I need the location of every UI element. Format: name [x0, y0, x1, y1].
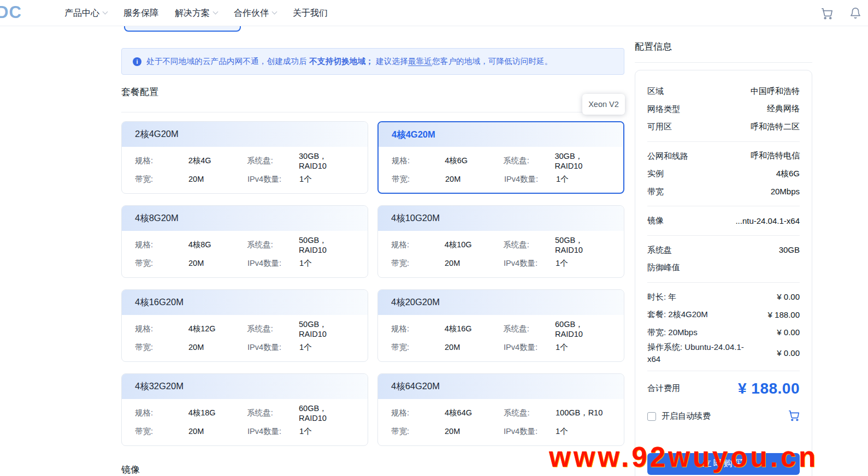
- summary-row: 系统盘 30GB: [647, 241, 800, 259]
- summary-row: 防御峰值: [647, 259, 800, 277]
- plan-spec-value: 4核10G: [445, 240, 504, 250]
- plan-bandwidth-label: 带宽:: [392, 174, 445, 185]
- bell-icon[interactable]: [849, 7, 861, 19]
- summary-row-value: 4核6G: [776, 169, 800, 179]
- plan-ipv4-label: IPv4数量:: [504, 426, 556, 437]
- logo[interactable]: DC: [0, 3, 22, 22]
- cart-icon[interactable]: [820, 7, 833, 20]
- plan-name: 4核32G20M: [135, 380, 184, 392]
- summary-row-label: 防御峰值: [647, 261, 680, 273]
- summary-row-value: 呼和浩特电信: [751, 151, 800, 161]
- nav-item[interactable]: 服务保障: [123, 8, 158, 19]
- plan-ipv4-label: IPv4数量:: [247, 342, 299, 353]
- plan-card-header: 4核20G20M: [378, 290, 624, 315]
- chevron-down-icon: [103, 9, 108, 15]
- summary-rows: 区域 中国呼和浩特 网络类型 经典网络 可用区 呼和浩特二区 公网和线路 呼和浩…: [647, 82, 800, 371]
- nav-item[interactable]: 关于我们: [293, 8, 328, 19]
- nav-item[interactable]: 解决方案: [175, 8, 217, 19]
- plan-disk-label: 系统盘:: [504, 408, 556, 418]
- plan-disk-value: 50GB，RAID10: [299, 319, 355, 338]
- plan-card[interactable]: 2核4G20M 规格: 2核4G 系统盘: 30GB，RAID10 带宽: 20…: [121, 121, 368, 194]
- plan-card-header: 4核16G20M: [122, 290, 368, 315]
- plan-ipv4-value: 1个: [299, 342, 312, 353]
- summary-row-label: 网络类型: [647, 103, 680, 115]
- plan-ipv4-label: IPv4数量:: [504, 174, 556, 185]
- nav-item-label: 服务保障: [123, 8, 158, 19]
- plan-spec-label: 规格:: [135, 324, 188, 334]
- summary-row-label: 带宽: [647, 186, 664, 198]
- plan-disk-label: 系统盘:: [503, 324, 555, 334]
- auto-renew-checkbox[interactable]: [647, 412, 656, 421]
- plan-card-header: 4核4G20M: [379, 122, 623, 147]
- plan-card[interactable]: 4核8G20M 规格: 4核8G 系统盘: 50GB，RAID10 带宽: 20…: [121, 205, 368, 278]
- divider: [647, 206, 800, 206]
- auto-renew-label: 开启自动续费: [662, 411, 711, 421]
- nav-item[interactable]: 合作伙伴: [234, 8, 276, 19]
- plan-ipv4-label: IPv4数量:: [504, 342, 556, 353]
- plan-bandwidth-label: 带宽:: [391, 426, 445, 437]
- plan-card[interactable]: 4核20G20M 规格: 4核16G 系统盘: 60GB，RAID10 带宽: …: [377, 289, 624, 362]
- plan-bandwidth-label: 带宽:: [391, 258, 445, 269]
- plan-card-header: 4核64G20M: [378, 374, 624, 399]
- summary-row-label: 系统盘: [647, 244, 672, 256]
- plan-disk-label: 系统盘:: [503, 240, 555, 250]
- section-title-image: 镜像: [121, 463, 140, 476]
- plan-ipv4-label: IPv4数量:: [504, 258, 556, 269]
- plan-name: 4核10G20M: [391, 212, 440, 224]
- plan-bandwidth-value: 20M: [188, 259, 247, 267]
- plan-ipv4-label: IPv4数量:: [247, 174, 299, 185]
- summary-row-label: 带宽: 20Mbps: [647, 326, 698, 338]
- plan-bandwidth-label: 带宽:: [135, 258, 188, 269]
- summary-row-value: ¥ 0.00: [777, 292, 800, 301]
- plan-spec-label: 规格:: [391, 324, 445, 334]
- plan-spec-value: 2核4G: [188, 156, 247, 166]
- auto-renew-row: 开启自动续费: [647, 408, 800, 425]
- plan-card-header: 4核32G20M: [122, 374, 368, 399]
- plan-spec-label: 规格:: [135, 408, 188, 418]
- plan-disk-value: 30GB，RAID10: [299, 151, 355, 170]
- chevron-down-icon: [213, 9, 219, 15]
- total-value: ¥ 188.00: [738, 380, 800, 397]
- summary-row-value: 呼和浩特二区: [751, 122, 800, 132]
- plan-card[interactable]: 4核4G20M 规格: 4核6G 系统盘: 30GB，RAID10 带宽: 20…: [377, 121, 624, 194]
- plan-name: 4核16G20M: [135, 296, 184, 308]
- summary-title: 配置信息: [635, 40, 672, 53]
- plan-disk-label: 系统盘:: [247, 408, 299, 418]
- plan-bandwidth-value: 20M: [188, 343, 247, 352]
- plan-card[interactable]: 4核16G20M 规格: 4核12G 系统盘: 50GB，RAID10 带宽: …: [121, 289, 368, 362]
- summary-row-value: 中国呼和浩特: [751, 86, 800, 97]
- plan-ipv4-value: 1个: [556, 174, 569, 185]
- plan-card[interactable]: 4核32G20M 规格: 4核18G 系统盘: 60GB，RAID10 带宽: …: [121, 373, 368, 446]
- summary-row-label: 区域: [647, 85, 664, 97]
- plan-ipv4-label: IPv4数量:: [247, 258, 299, 269]
- summary-row: 网络类型 经典网络: [647, 100, 800, 118]
- plan-spec-value: 4核18G: [188, 408, 247, 418]
- nav-item-label: 产品中心: [64, 8, 99, 19]
- plan-card-header: 4核8G20M: [122, 206, 368, 231]
- plans-grid: 2核4G20M 规格: 2核4G 系统盘: 30GB，RAID10 带宽: 20…: [121, 121, 624, 446]
- summary-row: 公网和线路 呼和浩特电信: [647, 147, 800, 165]
- summary-row: 可用区 呼和浩特二区: [647, 118, 800, 136]
- summary-row-value: 20Mbps: [771, 187, 800, 196]
- summary-row-label: 公网和线路: [647, 150, 688, 162]
- total-label: 合计费用: [647, 383, 680, 394]
- summary-row-value: ¥ 188.00: [768, 310, 800, 319]
- summary-row: 时长: 年 ¥ 0.00: [647, 288, 800, 306]
- summary-row: 带宽: 20Mbps ¥ 0.00: [647, 324, 800, 342]
- summary-row: 镜像 ...ntu-24.04.1-x64: [647, 212, 800, 230]
- nav-item-label: 合作伙伴: [234, 8, 269, 19]
- watermark: www.92wuyou.cn: [549, 441, 818, 473]
- banner-text: 处于不同地域的云产品内网不通，创建成功后 不支持切换地域； 建议选择最靠近您客户…: [146, 56, 552, 67]
- chevron-down-icon: [272, 9, 277, 15]
- plan-ipv4-value: 1个: [556, 426, 568, 437]
- plan-ipv4-value: 1个: [299, 426, 312, 437]
- plan-card[interactable]: 4核10G20M 规格: 4核10G 系统盘: 50GB，RAID10 带宽: …: [377, 205, 624, 278]
- divider: [647, 141, 800, 142]
- nav-menu: 产品中心 服务保障 解决方案 合作伙伴 关于我们: [64, 0, 328, 26]
- add-to-cart-icon[interactable]: [788, 409, 800, 424]
- plan-name: 2核4G20M: [135, 128, 179, 140]
- nav-item[interactable]: 产品中心: [64, 8, 107, 19]
- plan-card[interactable]: 4核64G20M 规格: 4核64G 系统盘: 100GB，R10 带宽: 20…: [377, 373, 624, 446]
- plan-bandwidth-label: 带宽:: [391, 342, 445, 353]
- plan-bandwidth-label: 带宽:: [135, 342, 188, 353]
